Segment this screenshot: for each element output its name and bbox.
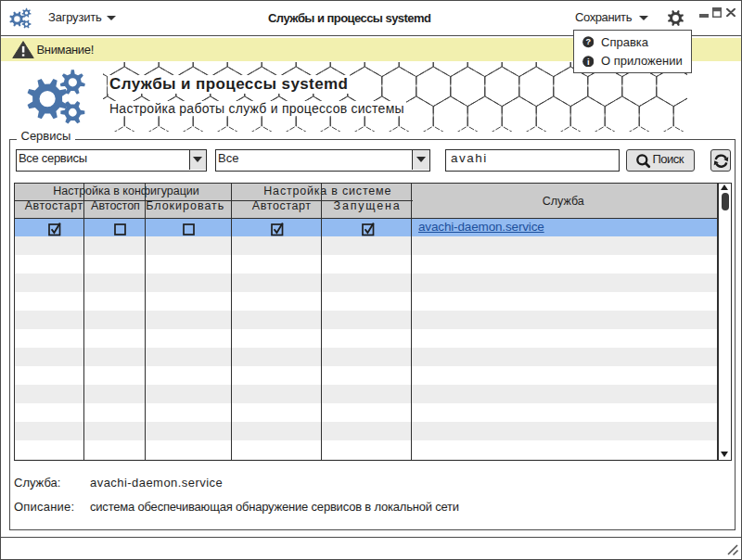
svg-text:?: ? xyxy=(585,38,591,47)
svg-text:i: i xyxy=(586,56,589,66)
